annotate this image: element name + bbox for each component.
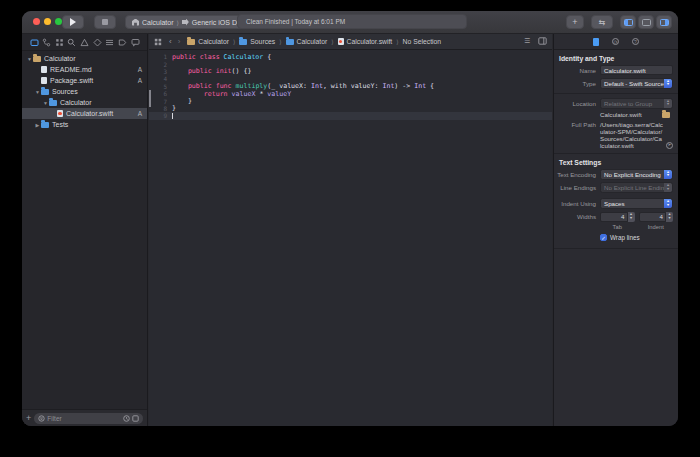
recent-files-clock-icon[interactable] xyxy=(123,415,130,422)
jump-bar: ‹ › Calculator⟩Sources⟩Calculator⟩Calcul… xyxy=(149,34,552,50)
run-button[interactable] xyxy=(62,15,84,29)
title-bar[interactable]: Calculator ⟩ Generic iOS Device Clean Fi… xyxy=(22,11,678,34)
navigator-row-calculator-swift[interactable]: Calculator.swiftA xyxy=(22,108,147,119)
source-control-status-icon[interactable] xyxy=(132,415,139,422)
library-button[interactable]: + xyxy=(566,15,584,29)
bottom-panel-icon xyxy=(642,19,651,26)
toggle-debug-area-button[interactable] xyxy=(638,15,654,29)
navigator-row-sources[interactable]: ▼Sources xyxy=(22,86,147,97)
line-number[interactable]: 7 xyxy=(149,98,172,105)
breadcrumb-label: Calculator.swift xyxy=(347,38,393,45)
text-encoding-select[interactable]: No Explicit Encoding ▲▼ xyxy=(600,169,673,180)
line-number[interactable]: 9 xyxy=(149,112,172,119)
navigator-item-label: Tests xyxy=(52,121,68,128)
text-cursor xyxy=(172,113,173,120)
chevron-right-icon: ⟩ xyxy=(331,38,333,45)
line-endings-select[interactable]: No Explicit Line Endings ▲▼ xyxy=(600,182,673,193)
navigator-row-calculator[interactable]: ▼Calculator xyxy=(22,97,147,108)
line-number[interactable]: 4 xyxy=(149,75,172,82)
stop-button[interactable] xyxy=(94,15,116,29)
breadcrumb-segment[interactable]: Calculator xyxy=(187,38,229,45)
type-label: Type xyxy=(554,80,600,87)
navigator-row-calculator[interactable]: ▼Calculator xyxy=(22,53,147,64)
disclosure-triangle-icon[interactable]: ▼ xyxy=(34,89,41,95)
source-control-status-badge: A xyxy=(138,110,142,117)
indent-sublabel: Indent xyxy=(639,224,674,230)
xcode-window: Calculator ⟩ Generic iOS Device Clean Fi… xyxy=(22,11,678,426)
breadcrumb-segment[interactable]: Sources xyxy=(239,38,275,45)
wrap-lines-checkbox[interactable]: ✓ xyxy=(600,234,607,241)
disclosure-triangle-icon[interactable]: ▶ xyxy=(34,122,41,128)
name-field[interactable]: Calculator.swift xyxy=(600,65,673,75)
disclosure-triangle-icon[interactable]: ▼ xyxy=(26,56,33,62)
question-mark-icon: ? xyxy=(632,38,639,45)
related-items-icon[interactable] xyxy=(154,38,162,46)
navigator-item-label: Sources xyxy=(52,88,78,95)
chevron-right-icon: ⟩ xyxy=(279,38,281,45)
quick-help-inspector-tab[interactable]: ? xyxy=(632,38,639,45)
build-status-text: Clean Finished | Today at 6:01 PM xyxy=(246,18,345,25)
source-control-navigator-icon[interactable] xyxy=(42,37,52,47)
location-select[interactable]: Relative to Group ▲▼ xyxy=(600,98,673,109)
minimize-button[interactable] xyxy=(44,18,51,25)
history-inspector-tab[interactable]: ⟳ xyxy=(612,38,619,45)
source-control-status-badge: A xyxy=(138,66,142,73)
swift-file-icon xyxy=(338,38,344,46)
scheme-icon xyxy=(132,19,139,26)
stepper-arrows-icon[interactable]: ▲▼ xyxy=(666,212,673,222)
stepper-arrows-icon[interactable]: ▲▼ xyxy=(628,212,635,222)
report-navigator-icon[interactable] xyxy=(130,37,140,47)
line-number[interactable]: 3 xyxy=(149,68,172,75)
full-path-value: /Users/tiago.serra/Calculator-SPM/Calcul… xyxy=(600,121,663,149)
filter-input[interactable]: Filter xyxy=(34,413,143,424)
file-inspector-tab[interactable] xyxy=(593,38,599,46)
breadcrumb-segment[interactable]: Calculator.swift xyxy=(338,38,393,46)
navigator-item-label: Calculator.swift xyxy=(66,110,113,117)
chevron-right-icon: ⟩ xyxy=(177,19,179,26)
indent-using-select[interactable]: Spaces ▲▼ xyxy=(600,198,673,209)
adjust-editor-options-icon[interactable]: ☰ xyxy=(524,37,530,46)
line-number[interactable]: 5 xyxy=(149,83,172,90)
add-editor-icon[interactable] xyxy=(538,37,547,46)
inspector-panel: ⟳ ? Identity and Type Name Calculator.sw… xyxy=(553,34,678,426)
navigator-item-label: README.md xyxy=(50,66,92,73)
disclosure-triangle-icon[interactable]: ▼ xyxy=(42,100,49,106)
tab-width-stepper[interactable]: 4 ▲▼ xyxy=(600,212,635,222)
line-number[interactable]: 8 xyxy=(149,105,172,112)
find-navigator-icon[interactable] xyxy=(67,37,77,47)
indent-using-label: Indent Using xyxy=(554,200,600,207)
folder-icon xyxy=(187,39,195,45)
zoom-button[interactable] xyxy=(55,18,62,25)
name-label: Name xyxy=(554,67,600,74)
dropdown-stepper-icon: ▲▼ xyxy=(664,170,672,179)
type-select[interactable]: Default - Swift Source ▲▼ xyxy=(600,78,673,89)
project-navigator-tree: ▼CalculatorREADME.mdAPackage.swiftA▼Sour… xyxy=(22,51,147,408)
line-number[interactable]: 1 xyxy=(149,53,172,60)
navigator-row-readme-md[interactable]: README.mdA xyxy=(22,64,147,75)
navigator-icon-bar xyxy=(22,34,147,51)
code-area[interactable]: 1public class Calculator {23 public init… xyxy=(149,50,552,426)
breadcrumb-segment[interactable]: Calculator xyxy=(286,38,328,45)
test-navigator-icon[interactable] xyxy=(92,37,102,47)
debug-navigator-icon[interactable] xyxy=(105,37,115,47)
issue-navigator-icon[interactable] xyxy=(80,37,90,47)
line-number[interactable]: 6 xyxy=(149,90,172,97)
indent-width-stepper[interactable]: 4 ▲▼ xyxy=(639,212,674,222)
chevron-right-icon: ⟩ xyxy=(396,38,398,45)
choose-location-folder-icon[interactable] xyxy=(662,112,670,118)
breadcrumb-label: Sources xyxy=(250,38,275,45)
toggle-navigator-button[interactable] xyxy=(620,15,636,29)
code-line: 3 public init() {} xyxy=(149,68,552,75)
breadcrumb-segment[interactable]: No Selection xyxy=(403,38,442,45)
editor-mode-button[interactable]: ⇆ xyxy=(591,15,613,29)
close-button[interactable] xyxy=(33,18,40,25)
chevron-right-icon: ⟩ xyxy=(233,38,235,45)
line-number[interactable]: 2 xyxy=(149,61,172,68)
toggle-inspector-button[interactable] xyxy=(656,15,672,29)
reveal-in-finder-icon[interactable]: ➤ xyxy=(666,142,673,149)
navigator-row-tests[interactable]: ▶Tests xyxy=(22,119,147,130)
symbol-navigator-icon[interactable] xyxy=(54,37,64,47)
project-navigator-icon[interactable] xyxy=(29,37,39,47)
navigator-row-package-swift[interactable]: Package.swiftA xyxy=(22,75,147,86)
breakpoint-navigator-icon[interactable] xyxy=(117,37,127,47)
